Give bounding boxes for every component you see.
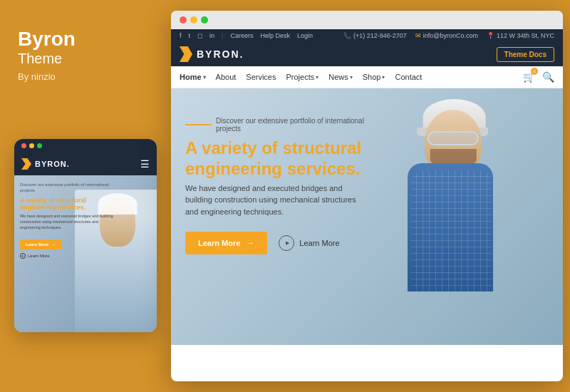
learn-more-secondary-button[interactable]: Learn More: [279, 235, 339, 251]
mobile-logo-text: BYRON.: [35, 160, 70, 168]
nav-link-projects[interactable]: Projects ▾: [286, 73, 319, 81]
browser-mockup: f t ◻ in | Careers Help Desk Login 📞 (+1…: [171, 11, 563, 381]
theme-type: Theme: [18, 51, 62, 67]
hero-tagline: Discover our extensive portfolio of inte…: [216, 117, 378, 133]
page-nav-links: Home ▾ About Services Projects ▾ News ▾ …: [180, 73, 422, 81]
browser-chrome: [171, 11, 563, 29]
mobile-dot-yellow: [29, 143, 34, 148]
hero-tagline-line: Discover our extensive portfolio of inte…: [185, 117, 378, 133]
hero-title: A variety of structural engineering serv…: [185, 138, 378, 180]
mobile-hero: Discover our extensive portfolio of inte…: [14, 175, 157, 332]
browser-maximize-dot[interactable]: [201, 16, 208, 24]
careers-link[interactable]: Careers: [230, 32, 253, 39]
nav-link-about[interactable]: About: [216, 73, 237, 81]
mobile-mockup: BYRON. ☰ Discover our extensive portfoli…: [14, 139, 157, 332]
hero-title-line2: engineering services.: [185, 159, 360, 178]
cart-icon-wrap[interactable]: 🛒 0: [523, 71, 535, 83]
main-nav: BYRON. Theme Docs: [171, 42, 563, 66]
mobile-hero-desc: We have designed and executed bridges an…: [20, 214, 114, 230]
hero-buttons: Learn More → Learn More: [185, 232, 378, 254]
mobile-top-bar: [14, 139, 157, 153]
nav-logo-icon: [180, 46, 192, 62]
person-shirt-pattern: [410, 170, 492, 292]
phone-icon: 📞: [343, 32, 351, 39]
hero-section: Discover our extensive portfolio of inte…: [171, 88, 563, 345]
email-icon: ✉: [415, 32, 421, 39]
mobile-learn-more-button[interactable]: Learn More →: [20, 239, 61, 249]
person-glasses: [428, 131, 479, 145]
cart-badge: 0: [531, 68, 538, 75]
hero-tagline-bar: [185, 124, 212, 125]
mobile-dot-red: [21, 143, 26, 148]
nav-logo: BYRON.: [180, 46, 244, 62]
play-icon: [279, 235, 294, 251]
nav-link-shop[interactable]: Shop ▾: [363, 73, 385, 81]
arrow-icon: →: [246, 238, 254, 248]
phone-info: 📞 (+1) 212-946-2707: [343, 32, 407, 39]
mobile-logo-icon: [21, 158, 31, 170]
linkedin-icon[interactable]: in: [209, 32, 214, 39]
author-name: By ninzio: [18, 71, 56, 82]
twitter-icon[interactable]: t: [189, 32, 191, 39]
theme-docs-button[interactable]: Theme Docs: [497, 47, 554, 62]
info-bar: f t ◻ in | Careers Help Desk Login 📞 (+1…: [171, 29, 563, 42]
search-icon[interactable]: 🔍: [542, 71, 554, 83]
facebook-icon[interactable]: f: [180, 32, 182, 39]
mobile-learn-more-secondary-button[interactable]: Learn More: [20, 253, 114, 259]
mobile-hero-tagline: Discover our extensive portfolio of inte…: [20, 182, 114, 194]
info-bar-left: f t ◻ in | Careers Help Desk Login: [180, 32, 313, 39]
mobile-dot-green: [37, 143, 42, 148]
mobile-play-icon: [20, 253, 26, 259]
nav-link-contact[interactable]: Contact: [395, 73, 422, 81]
hero-content: Discover our extensive portfolio of inte…: [185, 117, 378, 254]
nav-link-services[interactable]: Services: [246, 73, 276, 81]
address-info: 📍 112 W 34th St, NYC: [487, 32, 554, 39]
info-bar-right: 📞 (+1) 212-946-2707 ✉ info@byronCo.com 📍…: [343, 32, 554, 39]
login-link[interactable]: Login: [297, 32, 313, 39]
nav-link-news[interactable]: News ▾: [328, 73, 353, 81]
browser-close-dot[interactable]: [180, 16, 187, 24]
mobile-hamburger-icon[interactable]: ☰: [140, 158, 150, 170]
nav-link-home[interactable]: Home ▾: [180, 73, 206, 81]
page-nav-actions: 🛒 0 🔍: [523, 71, 554, 83]
browser-minimize-dot[interactable]: [190, 16, 197, 24]
hero-title-line1: A variety of structural: [185, 138, 361, 158]
help-desk-link[interactable]: Help Desk: [260, 32, 290, 39]
location-icon: 📍: [487, 32, 494, 39]
instagram-icon[interactable]: ◻: [197, 32, 202, 39]
email-info: ✉ info@byronCo.com: [415, 32, 478, 39]
mobile-nav: BYRON. ☰: [14, 153, 157, 175]
hero-description: We have designed and executed bridges an…: [185, 182, 356, 218]
mobile-logo: BYRON.: [21, 158, 70, 170]
learn-more-primary-button[interactable]: Learn More →: [185, 232, 267, 254]
theme-name: Byron: [18, 29, 76, 51]
page-nav: Home ▾ About Services Projects ▾ News ▾ …: [171, 66, 563, 88]
mobile-hero-content: Discover our extensive portfolio of inte…: [20, 182, 114, 259]
mobile-hero-title: A variety of structural engineering serv…: [20, 197, 114, 212]
nav-logo-text: BYRON.: [197, 48, 244, 60]
